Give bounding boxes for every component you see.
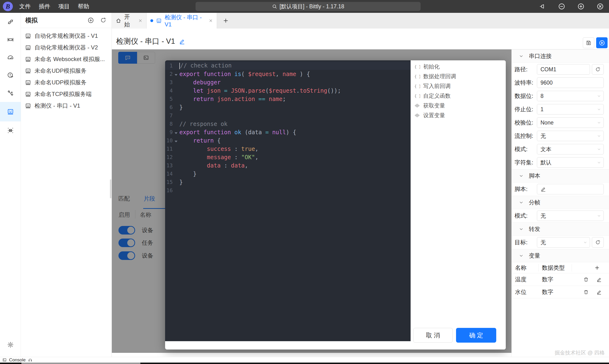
event-item-before-write[interactable]: 写入前回调 bbox=[411, 81, 506, 91]
event-item-set-variable[interactable]: 设置变量 bbox=[411, 110, 506, 120]
event-label: 设置变量 bbox=[423, 112, 445, 119]
section-script[interactable]: 脚本 bbox=[512, 169, 609, 182]
list-item[interactable]: 未命名TCP模拟服务端 bbox=[21, 88, 111, 100]
code-line[interactable]: 2export function is( $request, name ) { bbox=[165, 70, 411, 78]
edit-variable-icon[interactable] bbox=[596, 289, 602, 295]
rail-item-frames[interactable] bbox=[0, 31, 21, 49]
rail-item-flow[interactable] bbox=[0, 84, 21, 102]
code-line[interactable]: 14 } bbox=[165, 170, 411, 178]
list-item[interactable]: 检测仪 - 串口 - V1 bbox=[21, 100, 111, 111]
section-forward[interactable]: 转发 bbox=[512, 222, 609, 236]
add-simulation-icon[interactable] bbox=[87, 17, 94, 24]
menu-file[interactable]: 文件 bbox=[15, 0, 35, 13]
close-tab-icon[interactable] bbox=[209, 19, 213, 23]
section-framing[interactable]: 分帧 bbox=[512, 196, 609, 209]
charset-select[interactable]: 默认 bbox=[537, 157, 604, 168]
fold-caret-icon[interactable] bbox=[175, 132, 178, 134]
console-label[interactable]: Console bbox=[9, 357, 26, 363]
forward-target-select[interactable]: 无 bbox=[537, 237, 590, 247]
code-line[interactable]: 15} bbox=[165, 178, 411, 186]
mode-select[interactable]: 文本 bbox=[537, 144, 604, 155]
maximize-window-icon[interactable] bbox=[577, 3, 584, 10]
field-value: 默认 bbox=[540, 159, 552, 166]
save-button[interactable] bbox=[583, 37, 594, 48]
menu-help[interactable]: 帮助 bbox=[74, 0, 93, 13]
databits-select[interactable]: 8 bbox=[537, 91, 604, 101]
fold-caret-icon[interactable] bbox=[175, 74, 178, 76]
code-line[interactable]: 8// response ok bbox=[165, 120, 411, 128]
code-line[interactable]: 9export function ok (data = null) { bbox=[165, 128, 411, 136]
event-item-data-callback[interactable]: 数据处理回调 bbox=[411, 72, 506, 81]
field-value: 无 bbox=[540, 132, 546, 140]
cancel-button[interactable]: 取 消 bbox=[413, 328, 453, 343]
field-value: 无 bbox=[540, 212, 546, 220]
stopbits-select[interactable]: 1 bbox=[537, 104, 604, 115]
flowcontrol-select[interactable]: 无 bbox=[537, 131, 604, 141]
code-line[interactable]: 5 return json.action == name; bbox=[165, 95, 411, 103]
chevron-down-icon bbox=[519, 253, 524, 258]
parity-select[interactable]: None bbox=[537, 117, 604, 128]
rail-item-dashboard[interactable] bbox=[0, 49, 21, 66]
fold-caret-icon[interactable] bbox=[175, 141, 178, 142]
close-window-icon[interactable] bbox=[597, 3, 604, 10]
code-line[interactable]: 16 bbox=[165, 186, 411, 195]
section-title: 转发 bbox=[529, 225, 540, 233]
field-flowcontrol: 流控制: 无 bbox=[512, 129, 609, 143]
code-line[interactable]: 12 message : "OK", bbox=[165, 153, 411, 161]
code-editor[interactable]: 1// check action2export function is( $re… bbox=[165, 60, 411, 341]
code-line[interactable]: 1// check action bbox=[165, 62, 411, 70]
delete-variable-icon[interactable] bbox=[583, 289, 589, 295]
code-line[interactable]: 4 let json = JSON.parse($request.toStrin… bbox=[165, 87, 411, 95]
rail-item-simulation[interactable] bbox=[0, 102, 21, 121]
delete-variable-icon[interactable] bbox=[583, 277, 589, 282]
minimize-window-icon[interactable] bbox=[558, 3, 565, 10]
bottom-strip-segment bbox=[21, 363, 140, 364]
run-button[interactable] bbox=[596, 37, 608, 48]
code-line[interactable]: 6} bbox=[165, 103, 411, 111]
rail-item-connections[interactable] bbox=[0, 13, 21, 31]
close-tab-icon[interactable] bbox=[138, 19, 142, 23]
confirm-button[interactable]: 确 定 bbox=[456, 328, 496, 343]
menu-plugins[interactable]: 插件 bbox=[35, 0, 54, 13]
tab-detector-serial[interactable]: 检测仪 - 串口 - V1 bbox=[147, 13, 217, 28]
refresh-list-icon[interactable] bbox=[100, 17, 106, 23]
path-input[interactable]: COM1 bbox=[537, 64, 590, 75]
tab-start[interactable]: 开始 bbox=[112, 13, 147, 28]
headphones-icon[interactable] bbox=[28, 358, 32, 362]
framing-mode-select[interactable]: 无 bbox=[537, 210, 604, 221]
code-line[interactable]: 3 debugger bbox=[165, 78, 411, 87]
code-line[interactable]: 11 success : true, bbox=[165, 145, 411, 153]
refresh-targets-button[interactable] bbox=[592, 237, 604, 247]
event-label: 自定义函数 bbox=[423, 92, 451, 100]
code-line[interactable]: 7 bbox=[165, 111, 411, 120]
pin-window-icon[interactable] bbox=[539, 3, 546, 10]
event-item-init[interactable]: 初始化 bbox=[411, 62, 506, 72]
code-line[interactable]: 10 return { bbox=[165, 136, 411, 145]
edit-script-button[interactable] bbox=[537, 184, 604, 194]
list-item[interactable]: 自动化常规检测仪器 - V2 bbox=[21, 42, 111, 53]
section-variables[interactable]: 变量 bbox=[512, 249, 609, 262]
event-item-get-variable[interactable]: 获取变量 bbox=[411, 101, 506, 110]
edit-variable-icon[interactable] bbox=[596, 277, 602, 282]
code-line[interactable]: 13 data : data, bbox=[165, 161, 411, 170]
list-item[interactable]: 未命名UDP模拟服务 bbox=[21, 65, 111, 77]
list-item-label: 未命名UDP模拟服务 bbox=[34, 67, 87, 75]
event-item-custom-function[interactable]: 自定义函数 bbox=[411, 91, 506, 101]
text-cursor bbox=[179, 63, 180, 69]
new-tab-button[interactable] bbox=[217, 13, 235, 28]
menu-project[interactable]: 项目 bbox=[54, 0, 74, 13]
project-search-bar[interactable]: [默认项目] - Bittly - 1.17.18 bbox=[195, 2, 421, 11]
rail-item-scan[interactable] bbox=[0, 121, 21, 139]
rail-item-settings[interactable] bbox=[0, 336, 21, 353]
list-item[interactable]: 未命名 Websocket 模拟服... bbox=[21, 53, 111, 65]
refresh-ports-button[interactable] bbox=[592, 64, 604, 75]
rail-item-test[interactable] bbox=[0, 66, 21, 84]
list-item[interactable]: 自动化常规检测仪器 - V1 bbox=[21, 30, 111, 42]
baudrate-input[interactable]: 9600 bbox=[537, 78, 604, 88]
add-variable-icon[interactable] bbox=[594, 265, 600, 271]
sidebar-scrollbar[interactable] bbox=[110, 179, 111, 198]
field-label: 校验位: bbox=[514, 119, 537, 126]
list-item[interactable]: 未命名UDP模拟服务 bbox=[21, 77, 111, 88]
section-serial-connection[interactable]: 串口连接 bbox=[512, 49, 609, 63]
edit-title-icon[interactable] bbox=[179, 38, 185, 45]
